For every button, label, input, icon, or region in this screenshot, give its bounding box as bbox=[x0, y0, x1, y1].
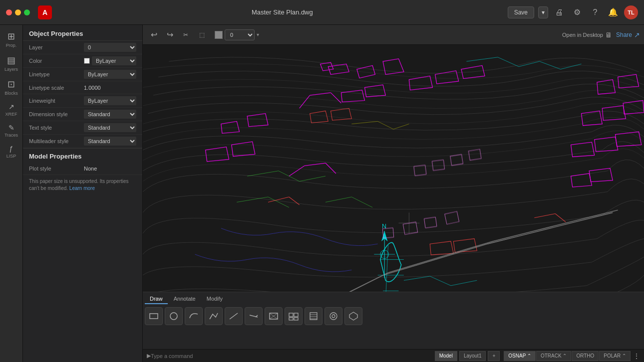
learn-more-link[interactable]: Learn more bbox=[69, 185, 95, 191]
plot-style-value: None bbox=[84, 166, 136, 172]
multileader-style-value[interactable]: Standard bbox=[84, 137, 136, 146]
lineweight-dropdown[interactable]: ByLayer bbox=[84, 96, 136, 105]
layer-dropdown[interactable]: 0 bbox=[84, 43, 136, 52]
tab-annotate[interactable]: Annotate bbox=[169, 294, 201, 304]
model-tab[interactable]: Model bbox=[435, 351, 457, 361]
rectangle-tool[interactable] bbox=[145, 307, 163, 325]
share-button[interactable]: Share ↗ bbox=[616, 31, 640, 39]
toolbar-right: Open in Desktop 🖥 Share ↗ bbox=[562, 31, 640, 39]
prop-layer: Layer 0 bbox=[23, 41, 142, 54]
sidebar-item-prop[interactable]: ⊞ Prop. bbox=[1, 28, 22, 51]
status-buttons: OSNAP ⌃ OTRACK ⌃ ORTHO POLAR ⌃ ⋮ bbox=[502, 351, 644, 361]
linetype-dropdown[interactable]: ByLayer bbox=[84, 70, 136, 79]
sidebar-label-blocks: Blocks bbox=[4, 91, 18, 96]
sidebar-label-traces: Traces bbox=[4, 133, 18, 138]
redo-button[interactable]: ↪ bbox=[163, 28, 177, 42]
color-value[interactable]: ByLayer bbox=[84, 56, 136, 65]
save-button[interactable]: Save bbox=[508, 6, 534, 18]
linetype-scale-value: 1.0000 bbox=[84, 85, 136, 91]
notifications-button[interactable]: 🔔 bbox=[606, 5, 620, 19]
layers-icon: ▤ bbox=[7, 55, 15, 66]
minimize-button[interactable] bbox=[15, 9, 21, 15]
trim-button[interactable]: ✂ bbox=[179, 28, 193, 42]
traffic-lights bbox=[6, 9, 30, 15]
undo-button[interactable]: ↩ bbox=[147, 28, 161, 42]
tab-draw[interactable]: Draw bbox=[145, 294, 168, 304]
close-button[interactable] bbox=[6, 9, 12, 15]
sidebar-item-blocks[interactable]: ⊡ Blocks bbox=[1, 76, 22, 99]
polar-button[interactable]: POLAR ⌃ bbox=[599, 351, 631, 361]
svg-marker-72 bbox=[349, 312, 357, 320]
otrack-button[interactable]: OTRACK ⌃ bbox=[536, 351, 571, 361]
text-style-dropdown[interactable]: Standard bbox=[84, 123, 136, 132]
linetype-value[interactable]: ByLayer bbox=[84, 70, 136, 79]
polygon-tool[interactable] bbox=[344, 307, 362, 325]
lineweight-value[interactable]: ByLayer bbox=[84, 96, 136, 105]
multi-rect-tool[interactable] bbox=[285, 307, 303, 325]
more-options-icon[interactable]: ⋮ bbox=[631, 352, 642, 360]
blocks-icon: ⊡ bbox=[7, 79, 15, 90]
drawing-toolbar: ↩ ↪ ✂ ⬚ 0 ▾ Open in Desktop 🖥 Share ↗ bbox=[143, 25, 644, 45]
color-dropdown[interactable]: ByLayer bbox=[92, 56, 136, 65]
prop-lineweight: Lineweight ByLayer bbox=[23, 94, 142, 108]
draw-tools-row bbox=[145, 307, 642, 325]
sidebar-item-lisp[interactable]: ƒ LISP bbox=[1, 142, 22, 162]
command-input[interactable] bbox=[151, 353, 429, 359]
monitor-icon: 🖥 bbox=[605, 31, 612, 39]
user-avatar[interactable]: TL bbox=[624, 5, 638, 19]
point-tool[interactable] bbox=[324, 307, 342, 325]
main-layout: ⊞ Prop. ▤ Layers ⊡ Blocks ↗ XREF ✎ Trace… bbox=[0, 25, 644, 362]
text-style-label: Text style bbox=[29, 125, 84, 131]
share-label: Share bbox=[616, 31, 632, 38]
color-label: Color bbox=[29, 58, 84, 64]
layout1-tab[interactable]: Layout1 bbox=[459, 351, 486, 361]
color-swatch bbox=[84, 58, 90, 64]
tab-modify[interactable]: Modify bbox=[202, 294, 228, 304]
dimension-style-dropdown[interactable]: Standard bbox=[84, 110, 136, 119]
osnap-button[interactable]: OSNAP ⌃ bbox=[504, 351, 536, 361]
rectangle2-tool[interactable] bbox=[265, 307, 283, 325]
layer-value[interactable]: 0 bbox=[84, 43, 136, 52]
prop-linetype: Linetype ByLayer bbox=[23, 68, 142, 81]
multileader-style-dropdown[interactable]: Standard bbox=[84, 137, 136, 146]
sidebar-item-xref[interactable]: ↗ XREF bbox=[1, 100, 22, 120]
active-layer-dropdown[interactable]: 0 bbox=[225, 29, 255, 40]
model-properties-header: Model Properties bbox=[23, 148, 142, 162]
circle-tool[interactable] bbox=[165, 307, 183, 325]
drawing-viewport[interactable]: Top bbox=[143, 45, 644, 292]
settings-button[interactable]: ⚙ bbox=[570, 5, 584, 19]
window-button[interactable]: ⬚ bbox=[195, 28, 209, 42]
sidebar-item-layers[interactable]: ▤ Layers bbox=[1, 52, 22, 75]
xref-icon: ↗ bbox=[8, 103, 14, 111]
prop-color: Color ByLayer bbox=[23, 54, 142, 68]
ortho-button[interactable]: ORTHO bbox=[572, 351, 599, 361]
open-desktop-label: Open in Desktop bbox=[562, 32, 603, 38]
text-style-value[interactable]: Standard bbox=[84, 123, 136, 132]
dimension-style-value[interactable]: Standard bbox=[84, 110, 136, 119]
construction-line-tool[interactable] bbox=[245, 307, 263, 325]
svg-line-56 bbox=[230, 313, 238, 319]
svg-rect-63 bbox=[294, 313, 298, 317]
sidebar-item-traces[interactable]: ✎ Traces bbox=[1, 121, 22, 141]
save-dropdown-button[interactable]: ▾ bbox=[538, 6, 548, 18]
layer-label: Layer bbox=[29, 44, 84, 50]
open-in-desktop-link[interactable]: Open in Desktop 🖥 bbox=[562, 31, 612, 39]
canvas-area: ↩ ↪ ✂ ⬚ 0 ▾ Open in Desktop 🖥 Share ↗ bbox=[143, 25, 644, 362]
polyline-tool[interactable] bbox=[205, 307, 223, 325]
layout-tabs: Model Layout1 + bbox=[433, 351, 502, 361]
svg-point-71 bbox=[330, 313, 337, 320]
hatch-tool[interactable] bbox=[305, 307, 322, 325]
layer-dropdown-arrow: ▾ bbox=[257, 32, 259, 37]
arc-tool[interactable] bbox=[185, 307, 203, 325]
maximize-button[interactable] bbox=[24, 9, 30, 15]
svg-point-55 bbox=[170, 313, 177, 320]
prop-dimension-style: Dimension style Standard bbox=[23, 108, 142, 121]
line-tool[interactable] bbox=[225, 307, 243, 325]
add-layout-button[interactable]: + bbox=[488, 351, 500, 361]
help-button[interactable]: ? bbox=[588, 5, 602, 19]
svg-point-70 bbox=[332, 315, 335, 318]
sidebar-label-layers: Layers bbox=[4, 67, 18, 72]
layer-color-indicator bbox=[215, 31, 223, 39]
sidebar-label-prop: Prop. bbox=[6, 43, 17, 48]
print-button[interactable]: 🖨 bbox=[552, 5, 566, 19]
